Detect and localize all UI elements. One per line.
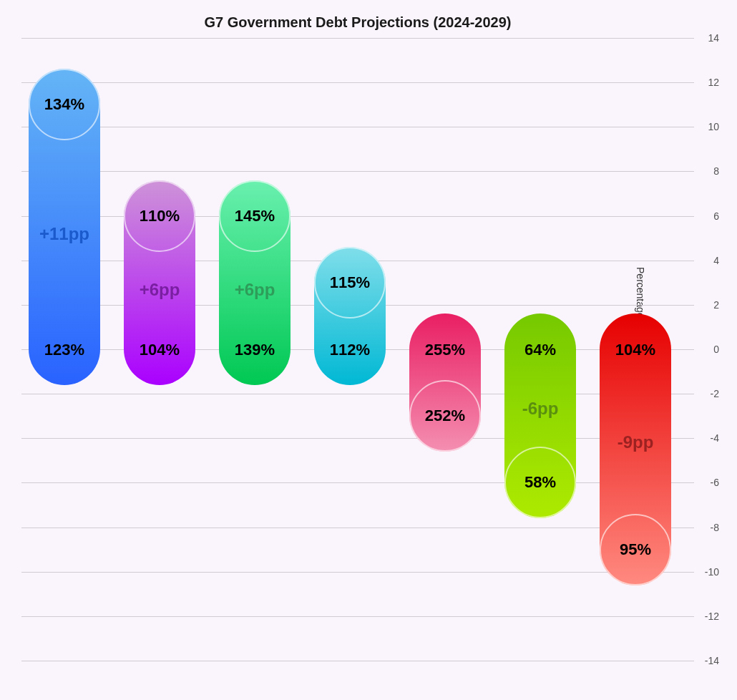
y-tick-label: -8 — [711, 522, 719, 533]
bar-end-circle: 145% — [219, 180, 291, 252]
y-tick-label: -6 — [711, 477, 719, 488]
gridline — [21, 528, 694, 528]
debt-2029-label: 145% — [235, 207, 275, 225]
y-tick-label: 10 — [708, 121, 719, 132]
chart-title: G7 Government Debt Projections (2024-202… — [21, 14, 694, 31]
gridline — [21, 661, 694, 661]
gridline — [21, 127, 694, 127]
y-tick-label: -4 — [711, 432, 719, 444]
gridline — [21, 216, 694, 217]
y-tick-label: -2 — [711, 388, 719, 399]
debt-2029-label: 110% — [140, 207, 180, 225]
y-tick-label: -12 — [705, 611, 719, 622]
chart-container: G7 Government Debt Projections (2024-202… — [0, 0, 737, 700]
bar-end-circle: 58% — [504, 447, 576, 518]
gridline — [21, 394, 694, 394]
y-tick-label: -10 — [705, 566, 719, 578]
debt-2024-label: 104% — [124, 341, 195, 359]
gridline — [21, 482, 694, 483]
y-tick-label: 4 — [713, 255, 719, 266]
change-label: +11pp — [29, 224, 100, 244]
debt-2024-label: 112% — [314, 341, 386, 359]
debt-2024-label: 123% — [29, 341, 100, 359]
change-label: +6pp — [124, 280, 195, 300]
gridline — [21, 171, 694, 172]
y-tick-label: 12 — [708, 77, 719, 88]
debt-2024-label: 255% — [409, 341, 481, 359]
bar-end-circle: 134% — [29, 69, 100, 140]
debt-2024-label: 104% — [600, 341, 671, 359]
change-label: -6pp — [504, 399, 576, 419]
y-tick-label: 0 — [713, 344, 719, 355]
debt-2024-label: 64% — [504, 341, 576, 359]
y-tick-label: 2 — [713, 299, 719, 311]
gridline — [21, 572, 694, 573]
gridline — [21, 616, 694, 617]
bar-end-circle: 252% — [409, 380, 481, 452]
y-tick-label: 14 — [708, 32, 719, 44]
debt-2029-label: 95% — [620, 540, 651, 559]
y-tick-label: -14 — [705, 655, 719, 666]
gridline — [21, 38, 694, 39]
bar-end-circle: 95% — [600, 514, 671, 585]
gridline — [21, 438, 694, 439]
debt-2029-label: 252% — [425, 407, 465, 425]
plot-area: Percentage Point Change 2024 to 2029 141… — [21, 38, 694, 661]
debt-2024-label: 139% — [219, 341, 291, 359]
change-label: -9pp — [600, 432, 671, 452]
bar-end-circle: 115% — [314, 247, 386, 319]
y-tick-label: 8 — [713, 165, 719, 177]
bar-end-circle: 110% — [124, 180, 195, 252]
debt-2029-label: 134% — [44, 95, 84, 114]
gridline — [21, 82, 694, 83]
debt-2029-label: 115% — [330, 273, 370, 292]
debt-2029-label: 58% — [524, 473, 556, 492]
change-label: +6pp — [219, 280, 291, 300]
y-tick-label: 6 — [713, 210, 719, 222]
